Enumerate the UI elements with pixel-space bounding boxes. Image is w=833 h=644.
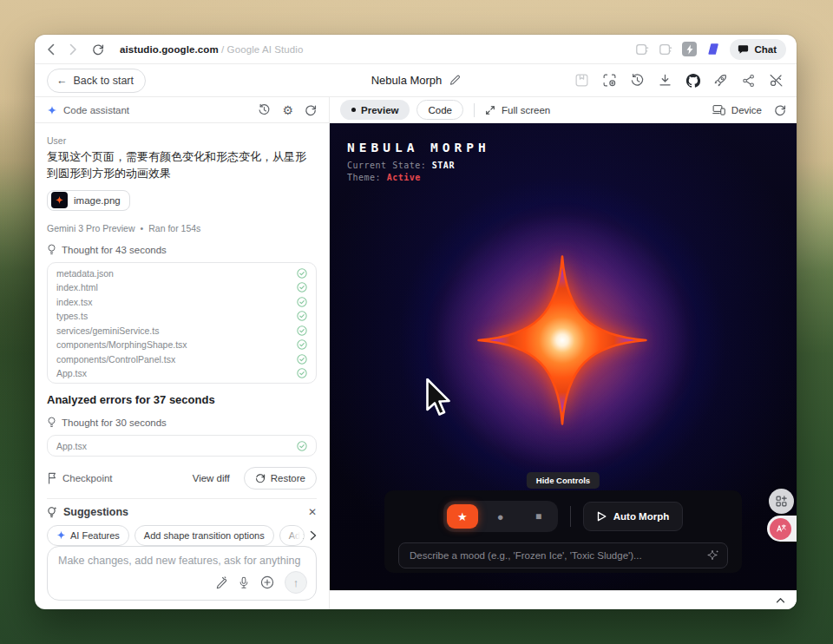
preview-refresh-icon[interactable] bbox=[774, 104, 786, 116]
file-row[interactable]: components/ControlPanel.tsx bbox=[48, 352, 316, 366]
shape-star-button[interactable]: ★ bbox=[447, 504, 478, 529]
attachment-name: image.png bbox=[74, 195, 121, 206]
share-icon[interactable] bbox=[740, 72, 757, 89]
file-row[interactable]: components/MorphingShape.tsx bbox=[48, 338, 316, 352]
ai-sparkle-icon bbox=[707, 549, 720, 562]
restore-button[interactable]: Restore bbox=[244, 467, 317, 490]
app-header: ← Back to start Nebula Morph bbox=[35, 64, 797, 97]
preview-header: Preview Code Full screen bbox=[330, 97, 797, 123]
bullet-separator: • bbox=[141, 223, 144, 233]
file-row[interactable]: index.html bbox=[48, 280, 316, 295]
history-icon[interactable] bbox=[629, 72, 646, 89]
flag-extension-icon[interactable] bbox=[706, 43, 720, 56]
browser-forward-icon[interactable] bbox=[69, 43, 77, 56]
edit-title-icon[interactable] bbox=[449, 75, 460, 86]
refresh-icon[interactable] bbox=[305, 104, 317, 116]
full-screen-button[interactable]: Full screen bbox=[485, 105, 550, 115]
checkpoint-label: Checkpoint bbox=[62, 473, 113, 483]
run-duration: Ran for 154s bbox=[148, 223, 200, 233]
browser-window: aistudio.google.com / Google AI Studio bbox=[35, 35, 797, 609]
back-arrow-icon: ← bbox=[56, 75, 68, 87]
state-value: STAR bbox=[432, 161, 455, 170]
chat-history-icon[interactable] bbox=[258, 103, 271, 116]
url-bar[interactable]: aistudio.google.com / Google AI Studio bbox=[120, 44, 304, 55]
composer: ↑ bbox=[47, 546, 317, 601]
restore-icon bbox=[255, 473, 266, 483]
chat-button[interactable]: Chat bbox=[730, 39, 786, 60]
circle-icon: ● bbox=[497, 510, 504, 523]
shape-square-button[interactable]: ■ bbox=[523, 504, 554, 529]
device-icon bbox=[712, 104, 725, 115]
chip-shape-transition[interactable]: Add shape transition options bbox=[134, 525, 274, 546]
mood-input[interactable] bbox=[398, 542, 728, 568]
translate-button[interactable] bbox=[770, 518, 791, 540]
file-row[interactable]: types.ts bbox=[48, 309, 316, 324]
lightbulb-icon bbox=[47, 244, 56, 255]
panel-title: Code assistant bbox=[63, 105, 129, 115]
attachment-chip[interactable]: image.png bbox=[47, 190, 130, 212]
send-button[interactable]: ↑ bbox=[285, 571, 307, 594]
lightning-extension-icon[interactable] bbox=[682, 42, 697, 56]
url-host: aistudio.google.com bbox=[120, 44, 219, 55]
sparkle-icon bbox=[56, 530, 66, 540]
tab-code[interactable]: Code bbox=[416, 100, 463, 120]
model-name: Gemini 3 Pro Preview bbox=[47, 223, 135, 233]
chat-label: Chat bbox=[754, 44, 777, 55]
extension-icon[interactable] bbox=[659, 43, 672, 56]
deploy-rocket-icon[interactable] bbox=[712, 72, 729, 89]
capture-icon[interactable] bbox=[601, 72, 618, 89]
back-to-start-label: Back to start bbox=[74, 75, 134, 87]
chips-scroll-right-icon[interactable] bbox=[310, 530, 317, 541]
add-attachment-icon[interactable] bbox=[260, 575, 274, 589]
file-row[interactable]: App.tsx bbox=[48, 438, 316, 453]
file-row[interactable]: services/geminiService.ts bbox=[48, 323, 316, 338]
composer-input[interactable] bbox=[58, 555, 307, 568]
view-diff-button[interactable]: View diff bbox=[187, 470, 235, 487]
shape-selector: ★ ● ■ bbox=[443, 501, 558, 532]
file-row[interactable]: metadata.json bbox=[48, 266, 316, 280]
close-icon[interactable]: ✕ bbox=[308, 506, 317, 518]
auto-morph-button[interactable]: Auto Morph bbox=[583, 502, 684, 531]
save-icon[interactable] bbox=[574, 72, 590, 89]
thought-summary-2[interactable]: Thought for 30 seconds bbox=[47, 417, 317, 428]
chevron-up-icon[interactable] bbox=[776, 597, 785, 603]
back-to-start-button[interactable]: ← Back to start bbox=[47, 69, 146, 93]
file-row[interactable]: App.tsx bbox=[48, 366, 316, 381]
browser-back-icon[interactable] bbox=[47, 43, 55, 56]
chip-ai-features[interactable]: AI Features bbox=[47, 525, 129, 546]
analyzed-errors-text: Analyzed errors for 37 seconds bbox=[47, 393, 317, 406]
chat-bubble-icon bbox=[738, 43, 749, 55]
divider bbox=[570, 506, 571, 527]
check-icon bbox=[297, 325, 307, 336]
settings-gear-icon[interactable]: ⚙ bbox=[282, 104, 293, 116]
extensions-overlay-button[interactable] bbox=[769, 489, 794, 514]
divider bbox=[474, 103, 475, 117]
file-row[interactable]: index.tsx bbox=[48, 294, 316, 309]
flag-icon bbox=[47, 472, 57, 484]
nebula-header: NEBULA MORPH Current State: STAR Theme: … bbox=[347, 141, 490, 182]
check-icon bbox=[297, 311, 307, 321]
download-icon[interactable] bbox=[657, 72, 673, 89]
browser-reload-icon[interactable] bbox=[92, 43, 104, 56]
user-message: 复现这个页面，需要有颜色变化和形态变化，从星形到圆形到方形的动画效果 bbox=[47, 149, 317, 182]
hide-controls-button[interactable]: Hide Controls bbox=[527, 472, 600, 489]
extension-icon[interactable] bbox=[635, 43, 649, 56]
key-off-icon[interactable] bbox=[768, 72, 784, 89]
code-assistant-panel: Code assistant ⚙ User 复现这个页面，需要有颜色变化和形态变… bbox=[35, 97, 330, 609]
star-icon: ★ bbox=[457, 510, 468, 523]
suggestions-bulb-icon bbox=[47, 506, 57, 518]
microphone-icon[interactable] bbox=[238, 576, 250, 589]
attachment-thumbnail bbox=[51, 192, 68, 208]
check-icon bbox=[297, 268, 307, 279]
app-viewport: NEBULA MORPH Current State: STAR Theme: … bbox=[330, 123, 797, 590]
thought-summary-1[interactable]: Thought for 43 seconds bbox=[47, 244, 317, 255]
tab-preview[interactable]: Preview bbox=[340, 100, 410, 120]
updated-files-list: App.tsx bbox=[47, 435, 317, 457]
shape-circle-button[interactable]: ● bbox=[485, 504, 516, 529]
edit-tools-icon[interactable] bbox=[214, 576, 227, 589]
chip-shape-persistence[interactable]: Add shape persiste bbox=[279, 525, 305, 546]
device-button[interactable]: Device bbox=[712, 104, 762, 115]
expand-icon bbox=[485, 105, 495, 115]
github-icon[interactable] bbox=[685, 72, 701, 89]
nebula-title: NEBULA MORPH bbox=[347, 141, 490, 154]
